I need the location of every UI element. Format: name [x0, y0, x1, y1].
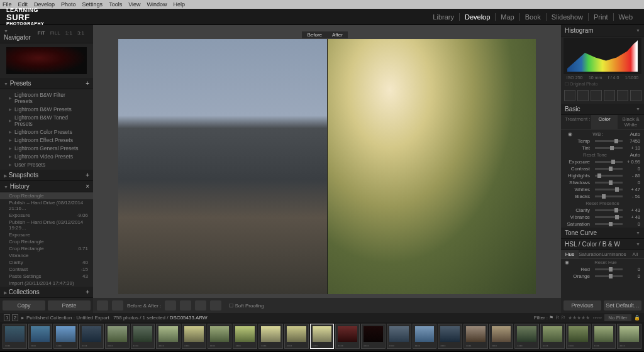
redeye-tool-icon[interactable] [591, 90, 602, 101]
preset-folder[interactable]: Lightroom Effect Presets [0, 136, 93, 144]
thumbnail[interactable]: •••• [233, 324, 257, 349]
menu-window[interactable]: Window [147, 1, 167, 8]
history-step[interactable]: Vibrance [0, 252, 93, 259]
thumbnail[interactable]: •••• [3, 324, 27, 349]
thumbnail[interactable]: •••• [540, 324, 565, 349]
history-step[interactable]: Exposure [0, 231, 93, 238]
history-step[interactable]: Publish – Hard Drive (08/12/2014 21:16… [0, 199, 93, 212]
flag-filter-icon[interactable]: ⚑ ⚐ ⚐ [549, 315, 565, 321]
preset-folder[interactable]: Lightroom B&W Toned Presets [0, 113, 93, 128]
histogram-header[interactable]: Histogram▼ [561, 25, 644, 36]
thumbnail[interactable]: •••• [53, 324, 78, 349]
history-step[interactable]: Import (30/11/2014 17:47:39) [0, 280, 93, 287]
preset-folder[interactable]: Lightroom General Presets [0, 144, 93, 152]
menu-photo[interactable]: Photo [61, 1, 76, 8]
module-map[interactable]: Map [496, 13, 519, 21]
history-step[interactable]: Paste Settings43 [0, 273, 93, 280]
preset-folder[interactable]: Lightroom Video Presets [0, 152, 93, 160]
tonecurve-header[interactable]: Tone Curve▼ [561, 228, 644, 239]
treatment-color[interactable]: Color [591, 115, 618, 129]
grid-icon[interactable]: 1 [4, 314, 10, 321]
thumbnail[interactable]: •••• [182, 324, 206, 349]
thumbnail[interactable]: •••• [438, 324, 462, 349]
history-step[interactable]: Crop Rectangle [0, 192, 93, 199]
hsl-tab-luminance[interactable]: Luminance [602, 250, 626, 258]
histogram-graph[interactable] [567, 40, 638, 72]
snapshots-header[interactable]: ▶ Snapshots+ [0, 170, 93, 181]
thumbnail[interactable]: •••• [592, 324, 616, 349]
ba-split-icon[interactable] [195, 300, 206, 311]
zoom-3:1[interactable]: 3:1 [77, 30, 84, 36]
hsl-tab-saturation[interactable]: Saturation [579, 250, 601, 258]
thumbnail[interactable]: •••• [28, 324, 53, 349]
thumbnail[interactable]: •••• [79, 324, 104, 349]
ba-horiz-icon[interactable] [165, 300, 176, 311]
menu-view[interactable]: View [128, 1, 140, 8]
hsl-tab-hue[interactable]: Hue [561, 250, 579, 258]
slider-clarity[interactable]: Clarity+ 43 [561, 207, 644, 214]
slider-temp[interactable]: Temp7450 [561, 138, 644, 145]
zoom-1:1[interactable]: 1:1 [65, 30, 72, 36]
thumbnail[interactable]: •••• [566, 324, 591, 349]
preset-folder[interactable]: Lightroom B&W Presets [0, 105, 93, 113]
slider-red[interactable]: Red0 [561, 266, 644, 273]
presets-header[interactable]: ▼ Presets+ [0, 78, 93, 89]
slider-contrast[interactable]: Contrast0 [561, 165, 644, 172]
spot-tool-icon[interactable] [577, 90, 589, 101]
thumbnail[interactable]: •••• [514, 324, 539, 349]
thumbnail[interactable]: •••• [617, 324, 641, 349]
thumbnail[interactable]: •••• [361, 324, 386, 349]
filter-preset[interactable]: No Filter [604, 314, 631, 321]
zoom-fit[interactable]: FIT [38, 30, 45, 36]
module-web[interactable]: Web [614, 13, 638, 21]
gradient-tool-icon[interactable] [604, 90, 615, 101]
ba-divider[interactable] [327, 39, 328, 294]
module-print[interactable]: Print [589, 13, 614, 21]
thumbnail[interactable]: •••• [335, 324, 360, 349]
collections-header[interactable]: ▶ Collections+ [0, 287, 93, 298]
thumbnail[interactable]: •••• [387, 324, 411, 349]
thumbnail-strip[interactable]: ••••••••••••••••••••••••••••••••••••••••… [0, 322, 644, 351]
history-step[interactable]: Publish – Hard Drive (03/12/2014 19:29… [0, 219, 93, 231]
loupe-view-icon[interactable] [97, 300, 108, 311]
history-header[interactable]: ▼ History× [0, 181, 93, 192]
slider-blacks[interactable]: Blacks- 51 [561, 193, 644, 200]
collection-path[interactable]: Published Collection : Untitled Export [26, 315, 109, 321]
paste-button[interactable]: Paste [48, 300, 91, 311]
previous-button[interactable]: Previous [564, 300, 601, 311]
slider-whites[interactable]: Whites+ 47 [561, 186, 644, 193]
preset-folder[interactable]: Lightroom B&W Filter Presets [0, 91, 93, 105]
thumbnail[interactable]: •••• [208, 324, 232, 349]
thumbnail[interactable]: •••• [131, 324, 155, 349]
thumbnail[interactable]: •••• [464, 324, 488, 349]
history-step[interactable]: Clarity40 [0, 259, 93, 266]
thumbnail[interactable]: •••• [413, 324, 437, 349]
navigator-header[interactable]: ▼ Navigator FITFILL1:13:1 [0, 25, 93, 43]
hsl-tab-all[interactable]: All [626, 250, 644, 258]
crop-tool-icon[interactable] [564, 90, 575, 101]
slider-shadows[interactable]: Shadows0 [561, 179, 644, 186]
module-slideshow[interactable]: Slideshow [547, 13, 589, 21]
menu-settings[interactable]: Settings [82, 1, 103, 8]
navigator-preview[interactable] [6, 47, 87, 74]
preset-folder[interactable]: User Presets [0, 160, 93, 168]
thumbnail[interactable]: •••• [156, 324, 180, 349]
preset-folder[interactable]: Lightroom Color Presets [0, 128, 93, 136]
thumbnail[interactable]: •••• [489, 324, 514, 349]
thumbnail[interactable]: •••• [310, 324, 335, 349]
ba-view-icon[interactable] [112, 300, 123, 311]
history-step[interactable]: Contrast-15 [0, 266, 93, 273]
set-default-button[interactable]: Set Default… [604, 300, 641, 311]
copy-button[interactable]: Copy [3, 300, 45, 311]
filter-lock-icon[interactable]: 🔒 [633, 315, 640, 321]
ba-swap-icon[interactable] [210, 300, 221, 311]
brush-tool-icon[interactable] [630, 90, 641, 101]
module-book[interactable]: Book [520, 13, 547, 21]
ba-vert-icon[interactable] [180, 300, 191, 311]
slider-exposure[interactable]: Exposure+ 0.95 [561, 158, 644, 165]
treatment-bw[interactable]: Black & White [618, 115, 644, 129]
history-step[interactable]: Crop Rectangle0.71 [0, 245, 93, 252]
slider-orange[interactable]: Orange0 [561, 273, 644, 280]
slider-saturation[interactable]: Saturation0 [561, 221, 644, 228]
menu-help[interactable]: Help [174, 1, 186, 8]
